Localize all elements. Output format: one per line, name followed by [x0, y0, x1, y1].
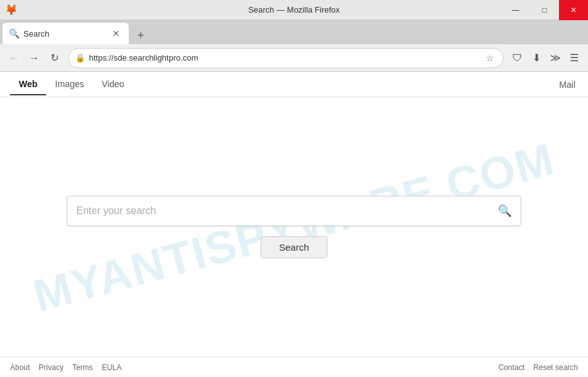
reload-button[interactable]: ↻ [45, 49, 63, 67]
page-nav: Web Images Video Mail [0, 72, 588, 97]
tabbar: 🔍 Search ✕ + [0, 20, 588, 44]
bookmark-star-icon[interactable]: ☆ [483, 51, 497, 65]
titlebar-left: 🦊 [0, 4, 23, 16]
mail-link[interactable]: Mail [556, 75, 578, 95]
nav-tab-video[interactable]: Video [93, 74, 133, 95]
address-right-icons: ☆ [483, 51, 497, 65]
titlebar-title: Search — Mozilla Firefox [248, 5, 339, 15]
firefox-logo-icon: 🦊 [5, 4, 18, 16]
search-input-wrapper: 🔍 [67, 196, 521, 226]
search-icon[interactable]: 🔍 [498, 204, 512, 218]
extensions-button[interactable]: ≫ [546, 49, 564, 67]
tab-favicon-icon: 🔍 [9, 28, 20, 39]
titlebar: 🦊 Search — Mozilla Firefox — □ ✕ [0, 0, 588, 20]
download-button[interactable]: ⬇ [527, 49, 545, 67]
search-container: 🔍 Search [67, 196, 521, 258]
new-tab-button[interactable]: + [131, 27, 150, 44]
footer: About Privacy Terms EULA Contact Reset s… [0, 357, 588, 377]
footer-links-right: Contact Reset search [498, 363, 578, 372]
address-input[interactable] [89, 53, 479, 63]
nav-tab-web[interactable]: Web [10, 74, 46, 95]
search-input[interactable] [76, 205, 498, 217]
footer-contact-link[interactable]: Contact [498, 363, 524, 372]
minimize-button[interactable]: — [501, 0, 530, 20]
tab-title: Search [23, 29, 106, 39]
window-controls: — □ ✕ [501, 0, 588, 20]
maximize-button[interactable]: □ [530, 0, 559, 20]
footer-links-left: About Privacy Terms EULA [10, 363, 122, 372]
shield-button[interactable]: 🛡 [509, 49, 526, 67]
search-button[interactable]: Search [261, 236, 327, 258]
footer-about-link[interactable]: About [10, 363, 30, 372]
address-bar[interactable]: 🔒 ☆ [68, 48, 503, 68]
close-button[interactable]: ✕ [559, 0, 588, 20]
main-content: MYANTISPYWARE.COM 🔍 Search [0, 97, 588, 357]
footer-terms-link[interactable]: Terms [73, 363, 93, 372]
back-button[interactable]: ← [5, 49, 23, 67]
lock-icon: 🔒 [75, 53, 85, 63]
nav-tab-images[interactable]: Images [46, 74, 93, 95]
footer-eula-link[interactable]: EULA [102, 363, 121, 372]
toolbar-right: 🛡 ⬇ ≫ ☰ [509, 49, 583, 67]
forward-button[interactable]: → [25, 49, 43, 67]
toolbar: ← → ↻ 🔒 ☆ 🛡 ⬇ ≫ ☰ [0, 44, 588, 72]
footer-privacy-link[interactable]: Privacy [38, 363, 63, 372]
active-tab[interactable]: 🔍 Search ✕ [3, 23, 129, 44]
tab-close-button[interactable]: ✕ [110, 27, 122, 40]
menu-button[interactable]: ☰ [565, 49, 583, 67]
footer-reset-search-link[interactable]: Reset search [533, 363, 578, 372]
